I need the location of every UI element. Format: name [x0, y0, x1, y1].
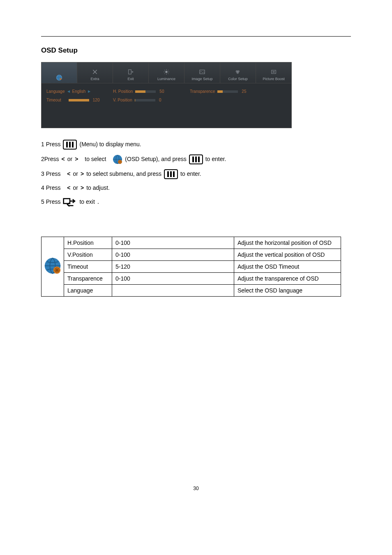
osd-value-vposition: 0 — [159, 98, 161, 102]
settings-table: H.Position 0-100 Adjust the horizontal p… — [41, 237, 341, 297]
step-text: or — [73, 184, 78, 192]
step-text: or — [73, 170, 78, 178]
osd-value-transparence: 25 — [242, 89, 246, 94]
osd-label-hposition: H. Position — [113, 89, 133, 94]
tab-label: Extra — [90, 77, 99, 81]
sun-icon — [163, 69, 170, 75]
osd-tab-image-setup: Image Setup — [184, 62, 220, 83]
osd-value-language: English — [72, 89, 86, 94]
step-text: . — [97, 197, 99, 206]
step-text: to enter. — [180, 170, 201, 178]
menu-icon — [63, 140, 77, 150]
tab-label: Image Setup — [191, 77, 212, 81]
osd-tab-luminance: Luminance — [149, 62, 184, 83]
table-icon-cell — [42, 237, 64, 296]
greater-than-icon: > — [75, 155, 78, 164]
step-text: (OSD Setup), and press — [125, 155, 186, 164]
tab-label: Luminance — [157, 77, 175, 81]
osd-tab-osd-setup — [42, 62, 77, 83]
tab-label: Exit — [127, 77, 134, 81]
exit-icon — [127, 69, 134, 75]
setting-range: 0-100 — [112, 272, 234, 284]
page-number: 30 — [41, 486, 351, 491]
osd-label-timeout: Timeout — [46, 98, 61, 102]
osd-label-vposition: V. Position — [113, 98, 132, 102]
step-text: 2Press — [41, 155, 59, 164]
table-row: Transparence 0-100 Adjust the transparen… — [42, 272, 341, 284]
left-arrow-icon: ◀ — [67, 90, 70, 93]
osd-bar-vposition — [135, 99, 155, 101]
svg-rect-3 — [129, 70, 131, 74]
osd-bar-transparence — [217, 90, 238, 93]
step-text: 4 Press — [41, 184, 60, 192]
setting-range: 0-100 — [112, 249, 234, 260]
step-text: or — [67, 155, 72, 164]
picture-boost-icon — [270, 69, 277, 75]
setting-name: Language — [64, 284, 112, 296]
svg-rect-10 — [272, 71, 274, 73]
osd-bar-timeout — [69, 99, 89, 101]
osd-tab-color-setup: Color Setup — [220, 62, 256, 83]
setting-desc: Adjust the horizontal position of OSD — [234, 237, 341, 249]
less-than-icon: < — [67, 184, 70, 192]
step-text: 5 Press — [41, 198, 60, 206]
step-text: to select — [85, 155, 106, 164]
less-than-icon: < — [67, 170, 70, 178]
setting-range — [112, 284, 234, 296]
auto-exit-icon — [63, 197, 77, 207]
step-2: 2Press < or > to select (OSD Setup), and… — [41, 154, 351, 164]
setting-name: Transparence — [64, 272, 112, 284]
step-3: 3 Press < or > to select submenu, and pr… — [41, 169, 351, 179]
table-row: V.Position 0-100 Adjust the vertical pos… — [42, 249, 341, 260]
step-4: 4 Press < or > to adjust. — [41, 184, 351, 192]
osd-value-timeout: 120 — [93, 98, 100, 102]
step-text: to adjust. — [86, 184, 110, 192]
table-row: H.Position 0-100 Adjust the horizontal p… — [42, 237, 341, 249]
image-icon — [199, 69, 205, 75]
setting-desc: Adjust the vertical position of OSD — [234, 249, 341, 260]
setting-range: 0-100 — [112, 237, 234, 249]
osd-label-language: Language — [46, 89, 65, 94]
menu-icon — [189, 154, 203, 164]
setting-name: V.Position — [64, 249, 112, 260]
setting-range: 5-120 — [112, 260, 234, 272]
step-5: 5 Press to exit. — [41, 197, 351, 207]
globe-icon — [56, 74, 62, 81]
less-than-icon: < — [62, 155, 65, 164]
step-text: to enter. — [205, 155, 226, 164]
tab-label: Picture Boost — [263, 77, 285, 81]
osd-tab-picture-boost: Picture Boost — [256, 62, 291, 83]
setting-desc: Select the OSD language — [234, 284, 341, 296]
step-text: to exit — [79, 198, 95, 206]
osd-tab-extra: Extra — [77, 62, 113, 83]
table-row: Language Select the OSD language — [42, 284, 341, 296]
osd-value-hposition: 50 — [159, 89, 164, 94]
step-1: 1 Press (Menu) to display menu. — [41, 140, 351, 150]
setting-name: H.Position — [64, 237, 112, 249]
svg-point-2 — [60, 78, 61, 80]
globe-icon — [44, 269, 61, 276]
greater-than-icon: > — [81, 170, 84, 178]
table-row: Timeout 5-120 Adjust the OSD Timeout — [42, 260, 341, 272]
globe-icon — [113, 154, 122, 164]
setting-desc: Adjust the transparence of OSD — [234, 272, 341, 284]
section-title: OSD Setup — [41, 46, 351, 55]
step-text: 1 Press — [41, 140, 60, 149]
osd-label-transparence: Transparence — [190, 89, 215, 94]
step-text: 3 Press — [41, 170, 60, 178]
step-text: (Menu) to display menu. — [79, 140, 141, 149]
menu-icon — [164, 169, 178, 179]
osd-tab-exit: Exit — [113, 62, 149, 83]
setting-desc: Adjust the OSD Timeout — [234, 260, 341, 272]
greater-than-icon: > — [81, 184, 84, 192]
palette-icon — [235, 69, 241, 75]
tools-icon — [92, 69, 98, 75]
osd-menu-screenshot: Extra Exit Luminance Image Setup — [41, 62, 292, 128]
svg-point-8 — [237, 71, 239, 74]
setting-name: Timeout — [64, 260, 112, 272]
tab-label: Color Setup — [228, 77, 248, 81]
right-arrow-icon: ▶ — [88, 90, 90, 93]
step-text: to select submenu, and press — [86, 170, 161, 178]
svg-point-4 — [165, 71, 167, 73]
osd-bar-hposition — [135, 90, 156, 93]
